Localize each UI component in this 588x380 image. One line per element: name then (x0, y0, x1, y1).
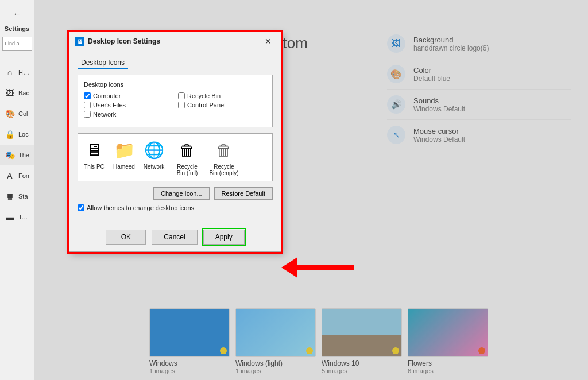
restore-default-button[interactable]: Restore Default (214, 187, 273, 200)
main-content: ustom ALL TECH ERIES 🖼 Background handdr… (34, 0, 588, 380)
allow-themes-label: Allow themes to change desktop icons (87, 204, 194, 211)
sidebar-nav: ⌂ Hom 🖼 Bac 🎨 Col 🔒 Loc 🎭 The A Fon ▦ St… (0, 62, 34, 227)
app-title: Settings (5, 23, 29, 34)
checkbox-network-input[interactable] (84, 111, 91, 118)
checkbox-computer[interactable]: Computer (84, 92, 172, 99)
recycle-full-icon-label: Recycle Bin (full) (172, 164, 202, 176)
ok-button[interactable]: OK (106, 230, 146, 245)
icons-group-label: Desktop icons (84, 81, 266, 88)
network-icon-img: 🌐 (142, 138, 165, 161)
cancel-button[interactable]: Cancel (152, 230, 197, 245)
sidebar-item-label: Fon (18, 172, 29, 179)
sidebar-item-label: Hom (18, 69, 29, 76)
sidebar-item-label: Sta (18, 193, 28, 200)
checkbox-recycle-bin-label: Recycle Bin (187, 92, 220, 99)
sidebar-item-home[interactable]: ⌂ Hom (0, 62, 34, 83)
icon-this-pc[interactable]: 🖥 This PC (83, 138, 106, 176)
checkbox-network-label: Network (93, 111, 116, 118)
checkbox-users-files-label: User's Files (93, 102, 126, 108)
lock-icon: 🔒 (5, 130, 15, 139)
dialog-title-text: Desktop Icon Settings (88, 37, 160, 45)
dialog-close-button[interactable]: ✕ (261, 36, 275, 47)
icon-recycle-empty[interactable]: 🗑 Recycle Bin (empty) (209, 138, 239, 176)
sidebar-item-label: Taskbar (18, 214, 29, 220)
home-icon: ⌂ (5, 68, 15, 77)
taskbar-icon: ▬ (5, 212, 15, 222)
checkbox-recycle-bin[interactable]: Recycle Bin (178, 92, 266, 99)
recycle-full-icon-img: 🗑 (176, 138, 199, 161)
allow-themes-checkbox-input[interactable] (78, 204, 84, 211)
this-pc-icon-label: This PC (84, 164, 105, 170)
checkbox-computer-label: Computer (93, 92, 121, 99)
checkbox-users-files[interactable]: User's Files (84, 102, 172, 108)
icon-buttons: Change Icon... Restore Default (78, 187, 273, 200)
sidebar-item-label: Bac (18, 90, 29, 96)
hameed-icon-img: 📁 (113, 138, 136, 161)
icon-network[interactable]: 🌐 Network (142, 138, 165, 176)
sidebar-item-background[interactable]: 🖼 Bac (0, 83, 34, 103)
desktop-icon-settings-dialog: 🖥 Desktop Icon Settings ✕ Desktop Icons … (69, 32, 281, 252)
themes-icon: 🎭 (5, 150, 15, 160)
dialog-tab-desktop-icons[interactable]: Desktop Icons (78, 57, 128, 69)
icon-recycle-full[interactable]: 🗑 Recycle Bin (full) (172, 138, 202, 176)
checkbox-computer-input[interactable] (84, 92, 91, 99)
sidebar-item-colors[interactable]: 🎨 Col (0, 103, 34, 124)
recycle-empty-icon-label: Recycle Bin (empty) (209, 164, 239, 176)
this-pc-icon-img: 🖥 (83, 138, 106, 161)
network-icon-label: Network (144, 164, 165, 170)
checkbox-control-panel-label: Control Panel (187, 102, 226, 108)
dialog-titlebar: 🖥 Desktop Icon Settings ✕ (69, 32, 281, 51)
sidebar-item-lock[interactable]: 🔒 Loc (0, 124, 34, 145)
sidebar-item-themes[interactable]: 🎭 The (0, 145, 34, 165)
sidebar-item-fonts[interactable]: A Fon (0, 165, 34, 186)
sidebar-item-label: Col (18, 110, 28, 117)
image-icon: 🖼 (5, 88, 15, 98)
checkbox-control-panel[interactable]: Control Panel (178, 102, 266, 108)
dialog-title-left: 🖥 Desktop Icon Settings (75, 37, 160, 46)
sidebar-item-start[interactable]: ▦ Sta (0, 186, 34, 207)
hameed-icon-label: Hameed (113, 164, 135, 170)
settings-page: ustom ALL TECH ERIES 🖼 Background handdr… (34, 0, 588, 380)
checkbox-network[interactable]: Network (84, 111, 172, 118)
sidebar-item-taskbar[interactable]: ▬ Taskbar (0, 207, 34, 227)
recycle-empty-icon-img: 🗑 (212, 138, 235, 161)
change-icon-button[interactable]: Change Icon... (153, 187, 210, 200)
checkbox-recycle-bin-input[interactable] (178, 92, 185, 99)
sidebar: ← Settings ⌂ Hom 🖼 Bac 🎨 Col 🔒 Loc 🎭 The… (0, 0, 34, 380)
dialog-body: Desktop Icons Desktop icons Computer Rec… (69, 51, 281, 225)
palette-icon: 🎨 (5, 109, 15, 118)
arrow-indicator (281, 257, 354, 278)
fonts-icon: A (5, 171, 15, 180)
checkboxes-container: Computer Recycle Bin User's Files C (84, 92, 266, 118)
dialog-app-icon: 🖥 (75, 37, 84, 46)
apply-button[interactable]: Apply (203, 230, 245, 245)
icons-group: Desktop icons Computer Recycle Bin Us (78, 75, 273, 127)
checkbox-users-files-input[interactable] (84, 102, 91, 108)
sidebar-item-label: Loc (18, 131, 29, 138)
icon-previews: 🖥 This PC 📁 Hameed 🌐 Network 🗑 Recycle B… (78, 133, 273, 181)
start-icon: ▦ (5, 192, 15, 201)
icon-hameed[interactable]: 📁 Hameed (113, 138, 136, 176)
dialog-footer: OK Cancel Apply (69, 225, 281, 251)
arrow-body (297, 265, 354, 270)
sidebar-item-label: The (18, 152, 29, 158)
back-button[interactable]: ← (6, 5, 29, 23)
checkbox-control-panel-input[interactable] (178, 102, 185, 108)
arrow-head (281, 257, 297, 278)
search-input[interactable] (2, 37, 32, 51)
allow-themes-checkbox[interactable]: Allow themes to change desktop icons (78, 204, 273, 211)
